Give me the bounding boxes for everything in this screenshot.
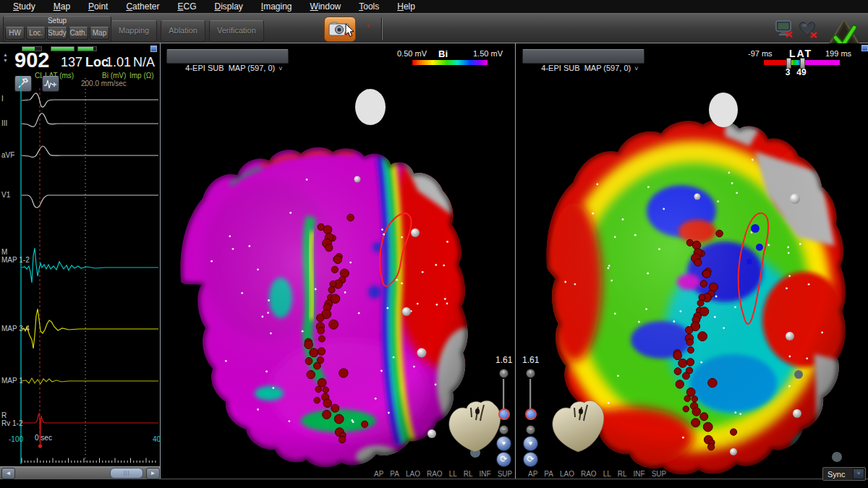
orientation-button[interactable]: RL [464,470,473,478]
setup-button[interactable]: Study [47,27,67,40]
zoom-slider-handle[interactable] [498,408,510,420]
menu-item[interactable]: Tools [359,1,379,12]
menu-item[interactable]: Display [214,1,242,12]
toolbar-separator [381,17,383,40]
orientation-reference-heart[interactable] [553,401,604,452]
orientation-button[interactable]: LL [449,470,457,478]
lead-label: Rv 1-2 [1,419,22,427]
zoom-slider-track[interactable] [529,379,531,411]
lead-label: III [1,119,7,127]
lat-map-rendering[interactable] [516,43,868,479]
setup-button[interactable]: HW [5,27,25,40]
menu-item[interactable]: Window [310,1,341,12]
scale-max-label: 199 ms [825,49,851,58]
menu-item[interactable]: Map [54,1,70,12]
mode-buttons: MappingAblationVerification [111,20,264,42]
sync-dropdown[interactable]: Sync ˅ [822,467,866,481]
orientation-button[interactable]: RAO [581,470,597,478]
setup-button[interactable]: Map [90,27,109,40]
menu-item[interactable]: Help [397,1,415,12]
ecg-scrollbar[interactable]: ◄ ||| ► [0,466,160,479]
heart-signal-status-icon[interactable] [799,21,819,38]
menu-bar: StudyMapPointCatheterECGDisplayImagingWi… [0,0,868,13]
menu-item[interactable]: ECG [177,1,196,12]
panel-maximize-icon[interactable] [861,45,868,51]
map-selector-right[interactable]: 4-EPI SUB MAP (597, 0)˅ [522,49,644,64]
lead-label: MAP 3-4 [1,325,30,333]
orientation-reference-heart[interactable] [449,401,501,452]
orientation-button[interactable]: INF [634,470,645,478]
lat-threshold-low-value: 3 [782,67,793,77]
zoom-level-value: 1.61 [495,355,512,365]
lead-label: MAP 1-2 [1,256,30,264]
orientation-button[interactable]: PA [544,470,553,478]
rotate-view-button[interactable]: ⟳ [496,452,511,467]
zoom-out-button[interactable]: − [499,425,509,435]
lead-group-label: R [1,411,7,419]
ecg-panel: ▲ ▼ 902 CL 137 LAT (ms) Loc 1.01 Bi (mV)… [0,43,161,479]
snapshot-dropdown-caret[interactable]: ▾ [366,22,370,30]
zoom-level-value: 1.61 [522,355,539,365]
orientation-button[interactable]: LAO [560,470,574,478]
mouse-cursor [345,24,355,38]
mode-button[interactable]: Mapping [111,20,157,42]
lat-map-viewport[interactable]: 4-EPI SUB MAP (597, 0)˅ -97 ms LAT 199 m… [516,43,868,479]
scrollbar-thumb[interactable]: ||| [110,468,143,479]
setup-button[interactable]: Cath. [69,27,88,40]
center-heart-button[interactable]: ♥ [523,436,538,451]
lead-label: V1 [1,191,10,199]
mode-button[interactable]: Ablation [161,20,205,42]
lat-threshold-high-value: 49 [796,67,807,77]
orientation-button[interactable]: PA [390,470,399,478]
time-ruler [22,458,156,463]
map-title-text: 4-EPI SUB MAP (597, 0) [541,64,631,72]
orientation-button[interactable]: INF [480,470,491,478]
orientation-button[interactable]: SUP [498,470,513,478]
menu-item[interactable]: Point [88,1,108,12]
bipolar-color-scale-bar [412,60,488,65]
lead-label: I [1,95,4,103]
center-heart-button[interactable]: ♥ [496,436,511,451]
menu-item[interactable]: Catheter [126,1,159,12]
setup-group-title: Setup [4,17,111,25]
map-title-text: 4-EPI SUB MAP (597, 0) [185,64,275,72]
zoom-slider-handle[interactable] [525,408,537,420]
bipolar-map-rendering[interactable] [161,43,515,479]
bipolar-map-viewport[interactable]: 4-EPI SUB MAP (597, 0)˅ 0.50 mV Bi 1.50 … [161,43,516,479]
scroll-right-button[interactable]: ► [146,468,160,479]
orientation-button[interactable]: LAO [406,470,420,478]
orientation-button[interactable]: AP [528,470,537,478]
setup-button[interactable]: Loc. [26,27,46,40]
orientation-button[interactable]: RL [618,470,627,478]
zoom-out-button[interactable]: − [526,425,535,435]
orientation-button[interactable]: RAO [427,470,443,478]
menu-item[interactable]: Study [13,1,35,12]
workspace: ▲ ▼ 902 CL 137 LAT (ms) Loc 1.01 Bi (mV)… [0,43,868,479]
zoom-slider-track[interactable] [503,379,504,411]
rotate-view-button[interactable]: ⟳ [523,452,538,467]
scroll-left-button[interactable]: ◄ [1,468,15,479]
lead-label: MAP 1 [1,377,23,385]
setup-buttons: HWLoc.StudyCath.Map [4,25,111,40]
setup-group: Setup HWLoc.StudyCath.Map [3,16,111,43]
scale-min-label: -97 ms [748,49,773,58]
orientation-button[interactable]: AP [374,470,383,478]
orientation-buttons: APPALAORAOLLRLINFSUP [528,470,666,478]
lat-scale-magenta-segment [804,60,840,65]
location-system-status-icon[interactable] [775,20,794,38]
zoom-in-button[interactable]: + [526,369,535,378]
orientation-buttons: APPALAORAOLLRLINFSUP [374,470,512,478]
orientation-button[interactable]: SUP [652,470,667,478]
chevron-down-icon: ˅ [278,65,282,72]
chevron-down-icon: ˅ [634,65,638,72]
menu-item[interactable]: Imaging [261,1,292,12]
chevron-down-icon[interactable]: ˅ [853,468,864,479]
scale-min-label: 0.50 mV [397,49,427,58]
map-selector-left[interactable]: 4-EPI SUB MAP (597, 0)˅ [166,49,289,64]
lead-group-label: M [1,248,7,256]
mode-button[interactable]: Verification [209,20,264,42]
lead-label: aVF [1,151,14,159]
orientation-button[interactable]: LL [603,470,611,478]
zoom-in-button[interactable]: + [499,369,509,378]
lat-color-scale-bar [764,60,840,65]
